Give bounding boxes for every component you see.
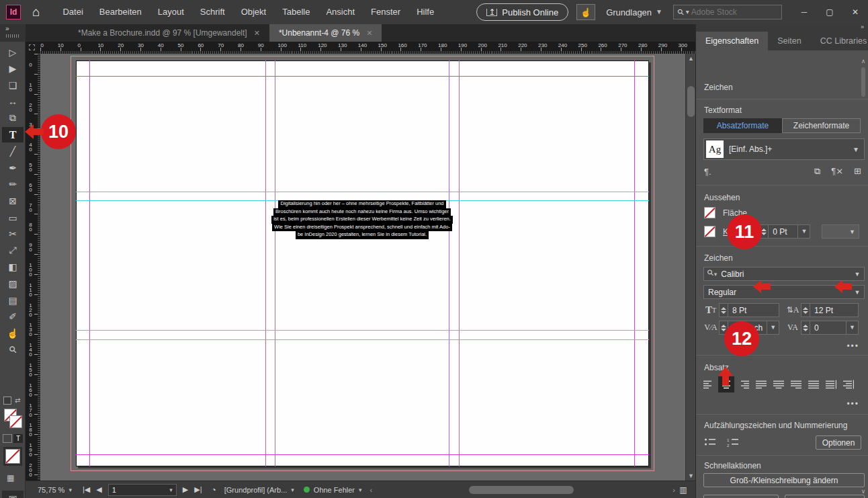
direct-selection-tool[interactable]: ▶ <box>2 61 24 77</box>
publish-online-button[interactable]: ↥ Publish Online <box>476 3 568 21</box>
stepper-icon[interactable] <box>801 321 810 334</box>
type-tool[interactable]: T <box>2 127 24 142</box>
menu-datei[interactable]: Datei <box>54 0 91 24</box>
close-tab-icon[interactable]: ✕ <box>254 29 260 38</box>
home-icon[interactable]: ⌂ <box>32 5 40 19</box>
preflight-status[interactable]: Ohne Fehler ▾ <box>304 486 362 494</box>
horizontal-ruler[interactable]: 2010010203040506070809010011012013014015… <box>40 42 695 54</box>
insert-footnote-button[interactable]: Fußnote einfügen <box>785 495 865 498</box>
stroke-weight-field[interactable]: 0 Pt ▼ <box>759 224 810 239</box>
align-toward-spine-button[interactable] <box>825 378 837 390</box>
last-page-button[interactable]: ▶| <box>194 485 202 494</box>
zoom-level-dropdown[interactable]: 75,75 %▾ <box>38 486 72 494</box>
panel-scroll-thumb[interactable] <box>861 67 865 97</box>
toolbar-grip[interactable] <box>6 34 19 38</box>
scissors-tool[interactable]: ✂ <box>2 226 24 242</box>
more-options-icon[interactable]: ••• <box>847 341 859 351</box>
paragraph-mark-icon[interactable]: ¶. <box>704 167 711 177</box>
selection-tool[interactable]: ▷ <box>2 44 24 60</box>
fill-color-swatch[interactable] <box>704 207 715 218</box>
screen-mode-button[interactable]: ▣ <box>2 491 24 498</box>
free-transform-tool[interactable]: ⤢ <box>2 243 24 258</box>
change-case-button[interactable]: Groß-/Kleinschreibung ändern <box>703 473 865 487</box>
bullets-options-button[interactable]: Optionen <box>816 435 861 450</box>
gradient-tool[interactable]: ◧ <box>2 259 24 275</box>
absatzformate-button[interactable]: Absatzformate <box>703 118 782 133</box>
preflight-profile-dropdown[interactable]: [Grundprofil] (Arb...▾ <box>224 486 294 494</box>
note-tool[interactable]: ▤ <box>2 292 24 308</box>
workspace-switcher[interactable]: Grundlagen ▼ <box>606 7 662 17</box>
panel-tab-cc-libraries[interactable]: CC Libraries <box>811 32 868 50</box>
page[interactable] <box>76 60 649 466</box>
content-collector-tool[interactable]: ⧉ <box>2 110 24 126</box>
gradient-feather-tool[interactable]: ▨ <box>2 276 24 291</box>
ruler-guide-cyan[interactable] <box>76 330 649 331</box>
line-tool[interactable]: ╱ <box>2 144 24 159</box>
menu-fenster[interactable]: Fenster <box>363 0 408 24</box>
panel-scrollbar[interactable]: ∧ ∨ <box>860 58 867 493</box>
horizontal-scroll-thumb[interactable] <box>469 486 574 494</box>
minimize-button[interactable]: ─ <box>791 2 817 22</box>
touch-workspace-button[interactable]: ☝ <box>576 4 595 20</box>
maximize-button[interactable]: ▢ <box>817 2 842 22</box>
close-button[interactable]: ✕ <box>842 2 868 22</box>
menu-objekt[interactable]: Objekt <box>233 0 275 24</box>
stroke-type-dropdown[interactable]: ▼ <box>822 224 859 239</box>
expand-panels-icon[interactable]: » <box>5 25 9 32</box>
page-number-dropdown[interactable]: 1▾ <box>108 484 177 496</box>
align-right-button[interactable] <box>738 378 750 390</box>
new-hyperlink-button[interactable]: Neuer Hyperlink <box>703 495 779 498</box>
stepper-icon[interactable] <box>720 304 728 317</box>
pen-tool[interactable]: ✒ <box>2 160 24 175</box>
justify-last-center-button[interactable] <box>773 378 785 390</box>
panel-tab-eigenschaften[interactable]: Eigenschaften <box>696 32 768 50</box>
menu-tabelle[interactable]: Tabelle <box>274 0 318 24</box>
align-left-button[interactable] <box>703 378 715 390</box>
search-input[interactable] <box>691 7 765 17</box>
collapse-panels-icon[interactable]: » <box>861 24 864 30</box>
ruler-guide-cyan[interactable] <box>76 192 649 192</box>
scroll-up-icon[interactable]: ▲ <box>686 55 695 62</box>
document-canvas[interactable]: 2010010203040506070809010011012013014015… <box>26 42 695 481</box>
zoom-tool[interactable]: ⚲ <box>2 342 24 358</box>
pencil-tool[interactable]: ✏ <box>2 177 24 192</box>
paragraph-style-dropdown[interactable]: Ag [Einf. Abs.]+ ▼ <box>703 138 865 160</box>
horizontal-scrollbar[interactable] <box>379 485 670 495</box>
next-page-button[interactable]: ▶ <box>183 485 188 494</box>
align-away-from-spine-button[interactable] <box>842 378 855 390</box>
menu-layout[interactable]: Layout <box>150 0 192 24</box>
swap-fill-stroke-icon[interactable]: ⇄ <box>15 397 20 404</box>
rectangle-tool[interactable]: ▭ <box>2 210 24 225</box>
preflight-icon[interactable]: ◔ <box>212 485 216 495</box>
hand-tool[interactable]: ☝ <box>2 325 24 341</box>
previous-page-button[interactable]: ◀ <box>96 485 101 494</box>
vertical-scroll-thumb[interactable] <box>687 86 695 117</box>
vertical-ruler[interactable]: 0102030405060708090100110120130140150160… <box>26 54 40 481</box>
ruler-guide-cyan[interactable] <box>76 339 649 340</box>
panel-tab-seiten[interactable]: Seiten <box>768 32 810 50</box>
menu-bearbeiten[interactable]: Bearbeiten <box>91 0 150 24</box>
tracking-dropdown[interactable]: 0 ▼ <box>801 321 859 335</box>
close-tab-icon[interactable]: ✕ <box>366 29 372 38</box>
stroke-color-swatch[interactable] <box>704 226 715 237</box>
justify-last-left-button[interactable] <box>755 378 767 390</box>
stroke-swatch[interactable] <box>9 415 22 428</box>
formatting-affects-container-toggle[interactable] <box>3 434 12 443</box>
justify-last-right-button[interactable] <box>790 378 802 390</box>
stepper-icon[interactable] <box>801 304 810 317</box>
view-options-icon[interactable]: ▦ <box>7 473 14 483</box>
bullet-list-icon[interactable] <box>704 438 716 448</box>
justify-all-button[interactable] <box>808 378 820 390</box>
menu-ansicht[interactable]: Ansicht <box>318 0 363 24</box>
font-family-dropdown[interactable]: ⚲ ▾ Calibri ▼ <box>703 267 865 281</box>
scroll-down-icon[interactable]: ∨ <box>860 488 867 495</box>
document-tab-2[interactable]: *Unbenannt-4 @ 76 %✕ <box>269 24 382 42</box>
frame-tool[interactable]: ⊠ <box>2 193 24 208</box>
scroll-left-icon[interactable]: ‹ <box>370 486 373 494</box>
apply-none-button[interactable] <box>5 449 20 464</box>
leading-field[interactable]: 12 Pt <box>801 303 859 317</box>
menu-hilfe[interactable]: Hilfe <box>408 0 442 24</box>
formatting-affects-text-toggle[interactable]: T <box>13 434 23 443</box>
ruler-origin-box[interactable] <box>26 42 40 54</box>
menu-schrift[interactable]: Schrift <box>192 0 233 24</box>
